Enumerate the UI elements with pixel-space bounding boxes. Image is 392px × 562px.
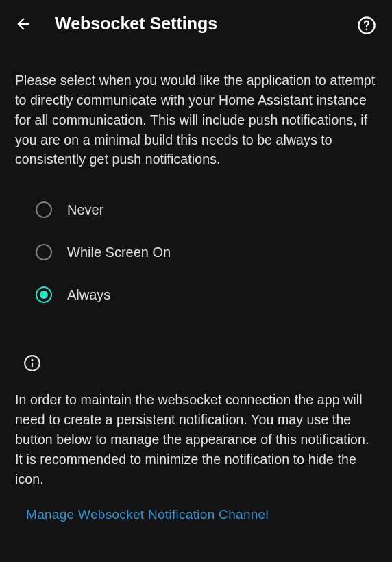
radio-group: Never While Screen On Always [15, 186, 377, 316]
svg-point-3 [32, 359, 34, 361]
info-section: In order to maintain the websocket conne… [0, 316, 392, 522]
content: Please select when you would like the ap… [0, 46, 392, 316]
radio-button [36, 244, 52, 260]
svg-rect-4 [32, 363, 33, 368]
svg-point-1 [366, 28, 368, 30]
radio-label: While Screen On [67, 245, 171, 260]
radio-option-while-screen-on[interactable]: While Screen On [36, 231, 377, 273]
page-title: Websocket Settings [55, 14, 217, 34]
radio-label: Always [67, 287, 110, 303]
radio-option-always[interactable]: Always [36, 273, 377, 316]
radio-button [36, 286, 52, 303]
description-text: Please select when you would like the ap… [15, 71, 377, 169]
manage-notification-button[interactable]: Manage Websocket Notification Channel [21, 489, 377, 522]
radio-option-never[interactable]: Never [36, 188, 377, 231]
back-icon[interactable] [14, 14, 33, 34]
info-icon [23, 354, 41, 372]
radio-label: Never [67, 202, 103, 218]
radio-button [36, 201, 52, 218]
header: Websocket Settings [0, 0, 392, 46]
help-icon[interactable] [356, 15, 377, 36]
info-text: In order to maintain the websocket conne… [15, 390, 377, 489]
